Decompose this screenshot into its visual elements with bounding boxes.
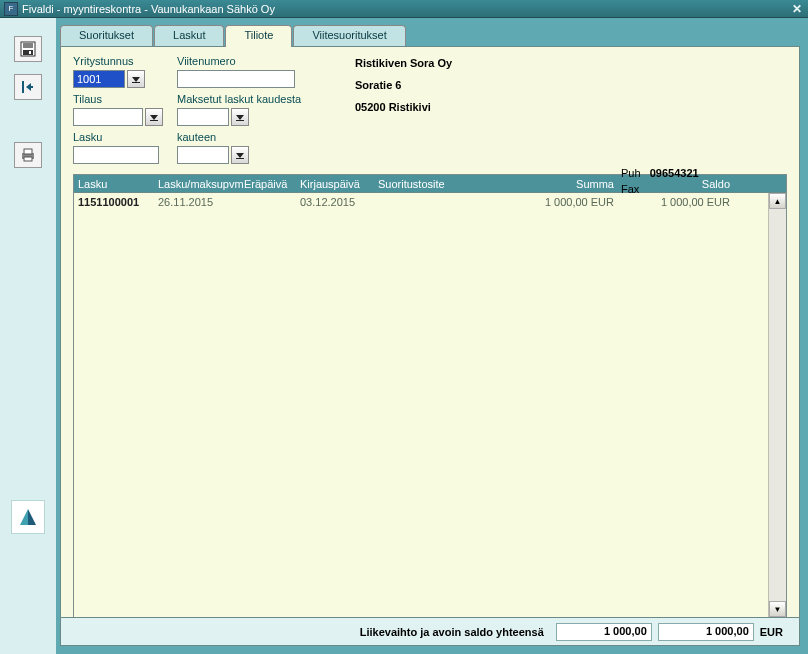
col-lasku: Lasku [74,178,154,190]
tilaus-label: Tilaus [73,93,167,105]
svg-marker-12 [132,77,140,82]
save-button[interactable] [14,36,42,62]
tilaus-input[interactable] [73,108,143,126]
cell-summa: 1 000,00 EUR [490,196,618,208]
svg-rect-17 [236,120,244,121]
dropdown-arrow-icon [132,75,140,83]
col-summa: Summa [490,178,618,190]
totals-bar: Liikevaihto ja avoin saldo yhteensä 1 00… [61,617,799,645]
lasku-label: Lasku [73,131,167,143]
svg-rect-2 [23,50,33,55]
lasku-input[interactable] [73,146,159,164]
dropdown-arrow-icon [236,113,244,121]
yritystunnus-input[interactable] [73,70,125,88]
puh-value: 09654321 [650,167,699,179]
svg-marker-18 [236,153,244,158]
tabs: Suoritukset Laskut Tiliote Viitesuorituk… [60,24,808,46]
cell-kirjauspaiva: 03.12.2015 [296,196,374,208]
tilaus-dropdown[interactable] [145,108,163,126]
printer-icon [20,147,36,163]
table-row[interactable]: 1151100001 26.11.2015 03.12.2015 1 000,0… [74,193,768,211]
col-kirjauspaiva: Kirjauspäivä [296,178,374,190]
dropdown-arrow-icon [150,113,158,121]
close-icon[interactable]: ✕ [790,2,804,16]
arrow-left-into-icon [20,79,36,95]
back-button[interactable] [14,74,42,100]
cell-saldo: 1 000,00 EUR [618,196,734,208]
company-postal: 05200 Ristikivi [355,101,787,113]
yritystunnus-dropdown[interactable] [127,70,145,88]
svg-rect-1 [23,43,33,48]
company-block: Ristikiven Sora Oy Soratie 6 05200 Risti… [355,55,787,168]
kauteen-dropdown[interactable] [231,146,249,164]
col-maksupvm: Lasku/maksupvm [154,178,240,190]
totals-saldo: 1 000,00 [658,623,754,641]
totals-label: Liikevaihto ja avoin saldo yhteensä [360,626,544,638]
svg-marker-16 [236,115,244,120]
sidebar [0,18,56,654]
cell-maksupvm: 26.11.2015 [154,196,240,208]
svg-marker-11 [28,509,36,525]
kauteen-input[interactable] [177,146,229,164]
cell-lasku: 1151100001 [74,196,154,208]
viitenumero-input[interactable] [177,70,295,88]
svg-rect-19 [236,158,244,159]
company-street: Soratie 6 [355,79,787,91]
tab-suoritukset[interactable]: Suoritukset [60,25,153,47]
col-suoritustosite: Suoritustosite [374,178,490,190]
tab-viitesuoritukset[interactable]: Viitesuoritukset [293,25,405,47]
scroll-up-icon[interactable]: ▲ [769,193,786,209]
svg-marker-14 [150,115,158,120]
svg-rect-4 [22,81,24,93]
totals-currency: EUR [760,626,783,638]
maksetut-input[interactable] [177,108,229,126]
window-title: Fivaldi - myyntireskontra - Vaunukankaan… [22,3,790,15]
maksetut-dropdown[interactable] [231,108,249,126]
company-name: Ristikiven Sora Oy [355,57,787,69]
svg-rect-13 [132,82,140,83]
svg-rect-15 [150,120,158,121]
tab-laskut[interactable]: Laskut [154,25,224,47]
svg-rect-9 [24,157,32,161]
svg-rect-8 [24,149,32,154]
puh-label: Puh [621,167,641,179]
yritystunnus-label: Yritystunnus [73,55,167,67]
maksetut-label: Maksetut laskut kaudesta [177,93,345,105]
floppy-icon [20,41,36,57]
totals-liikevaihto: 1 000,00 [556,623,652,641]
kauteen-label: kauteen [177,131,345,143]
app-icon: F [4,2,18,16]
app-logo [11,500,45,534]
tab-tiliote[interactable]: Tiliote [225,25,292,47]
svg-marker-10 [20,509,28,525]
viitenumero-label: Viitenumero [177,55,345,67]
print-button[interactable] [14,142,42,168]
dropdown-arrow-icon [236,151,244,159]
scroll-down-icon[interactable]: ▼ [769,601,786,617]
col-erapaiva: Eräpäivä [240,178,296,190]
scrollbar[interactable]: ▲ ▼ [768,193,786,617]
svg-rect-6 [30,86,33,88]
svg-rect-3 [29,51,31,54]
grid: Lasku Lasku/maksupvm Eräpäivä Kirjauspäi… [73,174,787,617]
panel: Yritystunnus Tilaus Lasku [60,46,800,646]
titlebar: F Fivaldi - myyntireskontra - Vaunukanka… [0,0,808,18]
